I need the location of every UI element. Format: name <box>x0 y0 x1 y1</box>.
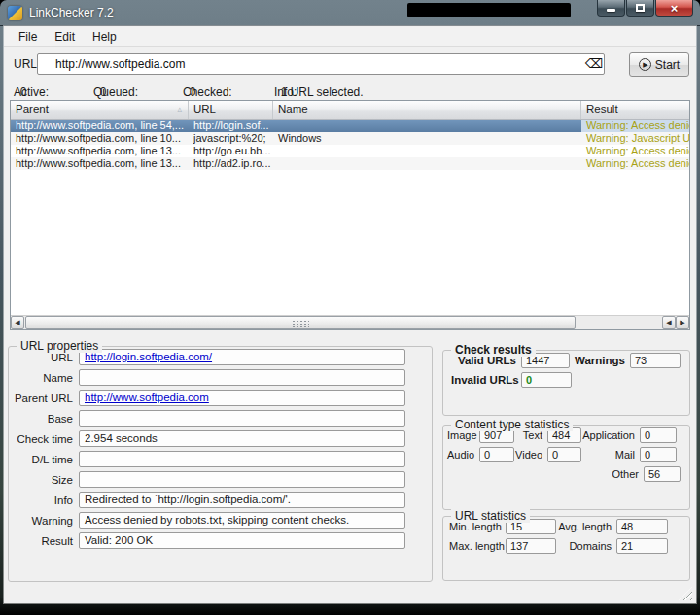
field-value-base <box>79 410 405 427</box>
client-area: File Edit Help URL: ⌫ ▶ Start Active: 0 … <box>4 26 696 603</box>
application-value: 0 <box>640 427 677 443</box>
column-header-result[interactable]: Result <box>581 101 689 119</box>
scrollbar-track[interactable] <box>577 316 662 329</box>
column-header-url[interactable]: URL <box>189 101 273 119</box>
field-label: Parent URL <box>9 393 79 404</box>
maximize-button[interactable] <box>626 0 654 17</box>
titlebar[interactable]: LinkChecker 7.2 × <box>0 0 700 26</box>
menu-help[interactable]: Help <box>84 28 125 46</box>
column-header-name[interactable]: Name <box>273 101 581 119</box>
table-body: http://www.softpedia.com, line 54,... ht… <box>11 120 689 315</box>
status-active: Active: 0 <box>14 83 20 96</box>
scrollbar-thumb[interactable] <box>25 316 576 329</box>
url-bar: URL: ⌫ ▶ Start <box>4 50 696 79</box>
field-label: Result <box>9 535 79 547</box>
table-row[interactable]: http://www.softpedia.com, line 10... jav… <box>11 132 689 145</box>
field-label: Name <box>9 372 79 384</box>
window-title: LinkChecker 7.2 <box>29 6 114 19</box>
table-header: Parent▵ URL Name Result <box>11 101 689 120</box>
status-checked: Checked: 0 <box>183 83 190 96</box>
mail-value: 0 <box>640 447 677 462</box>
group-title: URL statistics <box>451 509 530 523</box>
play-icon: ▶ <box>639 58 651 71</box>
check-results-group: Check results Valid URLs 1447 Warnings 7… <box>442 350 690 416</box>
warnings-value: 73 <box>630 353 681 368</box>
close-button[interactable]: × <box>655 0 693 17</box>
url-properties-group: URL properties URLhttp://login.softpedia… <box>8 346 433 582</box>
invalid-urls-label: Invalid URLs <box>451 374 521 386</box>
scroll-right-button[interactable]: ▶ <box>676 316 689 329</box>
audio-label: Audio <box>447 449 479 461</box>
audio-value: 0 <box>479 447 514 462</box>
status-info: Info: 1 URL selected. <box>274 83 281 96</box>
field-label: URL <box>9 352 79 363</box>
menu-edit[interactable]: Edit <box>46 28 84 46</box>
field-label: Size <box>9 474 79 486</box>
minimize-button[interactable] <box>597 0 625 17</box>
table-row[interactable]: http://www.softpedia.com, line 13... htt… <box>11 157 689 170</box>
menu-bar: File Edit Help <box>4 27 696 47</box>
avg-length-value: 48 <box>616 519 668 534</box>
maximize-icon <box>636 4 645 12</box>
scroll-left-icon: ◀ <box>666 319 671 326</box>
table-row[interactable]: http://www.softpedia.com, line 54,... ht… <box>11 120 689 132</box>
column-header-parent[interactable]: Parent▵ <box>11 101 189 119</box>
domains-label: Domains <box>556 540 616 552</box>
field-value-warning: Access denied by robots.txt, skipping co… <box>79 512 405 529</box>
field-label: Base <box>9 413 79 425</box>
video-value: 0 <box>547 447 581 462</box>
scrollbar-grip-icon <box>292 320 309 327</box>
scroll-left-button[interactable]: ◀ <box>11 316 24 329</box>
menu-file[interactable]: File <box>10 28 46 46</box>
avg-length-label: Avg. length <box>556 521 616 532</box>
field-value-parent-url[interactable]: http://www.softpedia.com <box>79 390 405 406</box>
redacted-area <box>407 3 571 17</box>
field-value-check-time: 2.954 seconds <box>79 430 405 447</box>
field-label: Check time <box>9 433 79 445</box>
table-row[interactable]: http://www.softpedia.com, line 13... htt… <box>11 145 689 157</box>
content-type-statistics-group: Content type statistics Image 907 Text 4… <box>442 425 690 510</box>
scroll-left-button-2[interactable]: ◀ <box>662 316 676 329</box>
field-label: D/L time <box>9 454 79 465</box>
close-icon: × <box>671 1 679 16</box>
app-window: LinkChecker 7.2 × File Edit Help URL: ⌫ … <box>0 0 700 615</box>
field-value-dl-time <box>79 451 405 467</box>
field-value-url[interactable]: http://login.softpedia.com/ <box>79 349 405 365</box>
url-input[interactable] <box>37 53 605 75</box>
field-label: Warning <box>9 515 79 527</box>
app-icon <box>8 6 22 20</box>
field-value-name <box>79 369 405 386</box>
horizontal-scrollbar[interactable]: ◀ ◀ ▶ <box>11 315 689 329</box>
invalid-urls-value: 0 <box>521 372 572 388</box>
sort-ascending-icon: ▵ <box>177 104 182 114</box>
scroll-right-icon: ▶ <box>680 319 684 326</box>
other-label: Other <box>447 468 644 480</box>
field-value-size <box>79 471 405 488</box>
status-queued: Queued: 0 <box>93 83 100 96</box>
field-label: Info <box>9 495 79 506</box>
resize-grip[interactable] <box>679 587 692 600</box>
mail-label: Mail <box>581 449 640 461</box>
domains-value: 21 <box>616 538 668 554</box>
clear-input-icon[interactable]: ⌫ <box>585 56 603 71</box>
field-value-result: Valid: 200 OK <box>79 532 405 549</box>
max-length-value: 137 <box>506 538 556 554</box>
application-label: Application <box>581 429 640 441</box>
video-label: Video <box>514 449 547 461</box>
start-button-label: Start <box>655 58 680 72</box>
warnings-label: Warnings <box>570 355 630 366</box>
group-title: URL properties <box>17 339 102 353</box>
url-statistics-group: URL statistics Min. length 15 Avg. lengt… <box>442 516 690 581</box>
results-table: Parent▵ URL Name Result http://www.softp… <box>10 100 690 330</box>
other-value: 56 <box>644 466 681 482</box>
group-title: Content type statistics <box>451 418 573 431</box>
field-value-info: Redirected to `http://login.softpedia.co… <box>79 492 405 508</box>
start-button[interactable]: ▶ Start <box>629 52 689 77</box>
max-length-label: Max. length <box>449 540 506 552</box>
group-title: Check results <box>451 343 536 357</box>
minimize-icon <box>607 9 615 12</box>
scroll-left-icon: ◀ <box>15 319 19 326</box>
status-row: Active: 0 Queued: 0 Checked: 0 Info: 1 U… <box>4 80 696 99</box>
